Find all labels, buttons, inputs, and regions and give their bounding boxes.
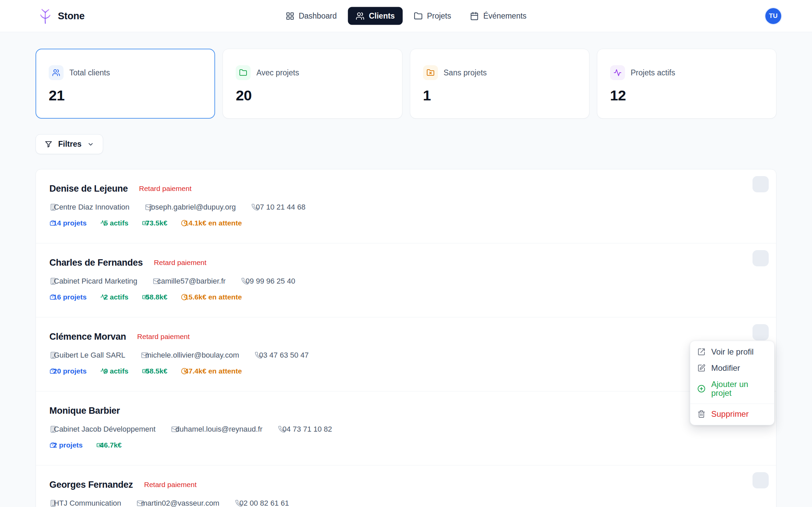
menu-item-label: Ajouter un projet [711, 380, 767, 397]
external-link-icon [697, 348, 705, 356]
active-projects-chip: 2 actifs [100, 293, 128, 301]
trash-icon [697, 410, 705, 418]
nav-item-icon [356, 11, 365, 20]
nav-item[interactable]: Projets [406, 7, 459, 25]
stat-value: 21 [49, 87, 202, 104]
menu-item-icon [697, 410, 705, 418]
projects-chip: 2 projets [49, 441, 83, 450]
filter-funnel-icon [45, 140, 52, 148]
stat-value: 20 [236, 87, 389, 104]
client-row: Denise de Lejeune Retard paiement Centre… [36, 169, 776, 243]
stat-value: 12 [610, 87, 763, 104]
main-nav: Dashboard Clients Projets Événements [278, 7, 534, 25]
menu-item-icon [697, 348, 705, 356]
folder-icon [414, 11, 422, 20]
revenue-chip: 58.8k€ [142, 293, 167, 301]
stat-label: Projets actifs [631, 68, 675, 77]
stat-icon [236, 65, 251, 80]
projects-chip: 16 projets [49, 293, 87, 301]
stat-card[interactable]: Sans projets 1 [410, 49, 589, 119]
menu-item[interactable]: Ajouter un projet [690, 376, 774, 401]
menu-item[interactable]: Modifier [690, 360, 774, 376]
nav-item-label: Événements [483, 11, 527, 21]
client-name: Clémence Morvan [49, 331, 126, 342]
stat-value: 1 [423, 87, 576, 104]
active-projects-chip: 9 actifs [100, 367, 128, 376]
nav-item[interactable]: Événements [462, 7, 534, 25]
stats-row: Total clients 21 Avec projets 20 Sans pr… [36, 49, 776, 119]
revenue-chip: 73.5k€ [142, 219, 167, 227]
user-avatar[interactable]: TU [765, 8, 781, 24]
client-name: Charles de Fernandes [49, 257, 143, 268]
menu-item[interactable]: Supprimer [690, 404, 774, 422]
stone-logo-icon [38, 7, 53, 25]
row-actions-button[interactable] [752, 472, 769, 488]
plus-circle-icon [697, 385, 705, 393]
client-email: michele.ollivier@boulay.com [141, 351, 239, 360]
pending-amount-chip: 47.4k€ en attente [181, 367, 242, 376]
client-list: Denise de Lejeune Retard paiement Centre… [36, 169, 776, 507]
menu-item[interactable]: Voir le profil [690, 344, 774, 360]
pending-amount-chip: 14.1k€ en attente [181, 219, 242, 227]
payment-late-badge: Retard paiement [134, 333, 190, 341]
nav-item-icon [414, 11, 422, 20]
menu-item-icon [697, 385, 705, 393]
folder-x-icon [426, 69, 435, 77]
client-email: duhamel.louis@reynaud.fr [171, 425, 262, 434]
revenue-chip: 58.5k€ [142, 367, 167, 376]
client-phone: 09 99 96 25 40 [241, 276, 295, 286]
nav-item-label: Clients [369, 11, 395, 21]
filters-button[interactable]: Filtres [36, 134, 103, 154]
client-name: Denise de Lejeune [49, 183, 128, 194]
row-actions-button[interactable] [752, 250, 769, 266]
row-actions-button[interactable] [752, 176, 769, 192]
row-actions-button[interactable] [752, 324, 769, 340]
funnel-icon [45, 140, 52, 148]
menu-item-label: Modifier [711, 364, 740, 372]
client-email: joseph.gabriel@dupuy.org [145, 202, 236, 212]
payment-late-badge: Retard paiement [136, 185, 191, 193]
client-email: martin02@vasseur.com [137, 499, 219, 507]
client-company: Guibert Le Gall SARL [49, 351, 125, 360]
stat-card[interactable]: Avec projets 20 [223, 49, 402, 119]
stat-label: Avec projets [256, 68, 299, 77]
stat-icon [49, 65, 64, 80]
client-email: camille57@barbier.fr [153, 276, 226, 286]
main-content: Total clients 21 Avec projets 20 Sans pr… [0, 49, 812, 507]
client-company: HTJ Communication [49, 499, 121, 507]
client-row: Clémence Morvan Retard paiement Guibert … [36, 317, 776, 391]
calendar-icon [470, 11, 479, 20]
client-name: Monique Barbier [49, 405, 120, 416]
client-phone: 02 00 82 61 61 [235, 499, 289, 507]
menu-item-label: Supprimer [711, 410, 749, 418]
nav-item-label: Dashboard [299, 11, 337, 21]
client-phone: 07 10 21 44 68 [251, 202, 305, 212]
nav-item[interactable]: Dashboard [278, 7, 345, 25]
chevron-down-icon [87, 141, 94, 148]
users-icon [356, 11, 365, 20]
app-header: Stone Dashboard Clients Projets Événemen… [0, 0, 812, 32]
stat-icon [423, 65, 438, 80]
client-company: Cabinet Picard Marketing [49, 276, 137, 286]
payment-late-badge: Retard paiement [141, 481, 196, 489]
client-company: Centre Diaz Innovation [49, 202, 130, 212]
folder-icon [239, 69, 247, 77]
payment-late-badge: Retard paiement [151, 259, 206, 267]
grid-icon [285, 11, 294, 20]
client-row: Charles de Fernandes Retard paiement Cab… [36, 243, 776, 317]
client-row: Georges Fernandez Retard paiement HTJ Co… [36, 465, 776, 507]
menu-item-label: Voir le profil [711, 347, 753, 356]
menu-item-icon [697, 364, 705, 372]
client-phone: 04 73 71 10 82 [278, 425, 332, 434]
stat-card[interactable]: Total clients 21 [36, 49, 215, 119]
nav-item-label: Projets [427, 11, 451, 21]
stat-card[interactable]: Projets actifs 12 [597, 49, 776, 119]
projects-chip: 14 projets [49, 219, 87, 227]
row-actions-menu: Voir le profil Modifier Ajouter un proje… [690, 341, 774, 425]
client-phone: 03 47 63 50 47 [255, 351, 309, 360]
brand[interactable]: Stone [38, 7, 85, 25]
users-icon [52, 69, 60, 77]
pending-amount-chip: 15.6k€ en attente [181, 293, 242, 301]
stat-icon [610, 65, 625, 80]
nav-item[interactable]: Clients [348, 7, 403, 25]
